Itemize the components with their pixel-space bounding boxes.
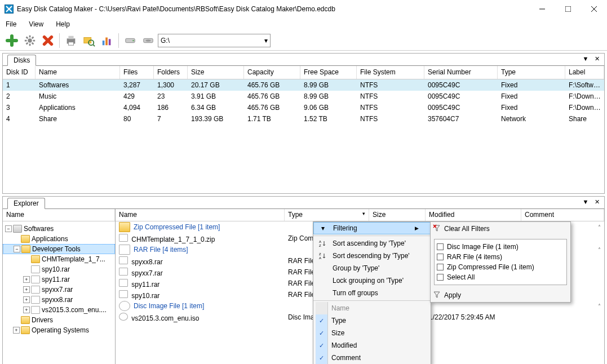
disks-tab[interactable]: Disks bbox=[7, 55, 36, 66]
col-name[interactable]: Name bbox=[36, 66, 120, 79]
collapse-icon[interactable]: − bbox=[5, 225, 12, 232]
col-name[interactable]: Name bbox=[116, 209, 285, 221]
col-modified[interactable]: Modified bbox=[426, 209, 521, 221]
filter-submenu: Clear All Filters Disc Image File (1 ite… bbox=[430, 221, 571, 303]
delete-button[interactable] bbox=[39, 32, 56, 49]
disk-cell-folders: 7 bbox=[154, 114, 188, 124]
col-free[interactable]: Free Space bbox=[300, 66, 357, 79]
tree-node-file[interactable]: +spyxx8.rar bbox=[3, 295, 115, 305]
checkbox-icon[interactable] bbox=[437, 274, 444, 281]
checkbox-icon[interactable] bbox=[437, 254, 444, 260]
ctx-sort-asc[interactable]: AZSort ascending by 'Type' bbox=[313, 237, 431, 250]
disk-row[interactable]: 2Music429233.91 GB465.76 GB8.99 GBNTFS00… bbox=[3, 91, 604, 102]
ctx-col-modified[interactable]: Modified bbox=[313, 339, 431, 352]
explorer-tab[interactable]: Explorer bbox=[7, 198, 45, 209]
tree-node-root[interactable]: −Softwares bbox=[3, 224, 115, 234]
filter-opt-zip[interactable]: Zip Compressed File (1 item) bbox=[437, 262, 564, 272]
folder-icon bbox=[31, 255, 40, 263]
menu-file[interactable]: File bbox=[6, 20, 16, 28]
col-capacity[interactable]: Capacity bbox=[244, 66, 300, 79]
panel-dropdown-button[interactable]: ▼ bbox=[582, 198, 590, 206]
expand-icon[interactable]: + bbox=[23, 296, 30, 303]
collapse-caret-icon[interactable]: ˄ bbox=[598, 247, 601, 253]
stats-button[interactable] bbox=[99, 32, 116, 49]
print-button[interactable] bbox=[63, 32, 79, 49]
filter-opt-disc-image[interactable]: Disc Image File (1 item) bbox=[437, 242, 564, 252]
col-size[interactable]: Size bbox=[188, 66, 244, 79]
disk-row[interactable]: 3Applications4,0941866.34 GB465.76 GB9.0… bbox=[3, 102, 604, 113]
checkbox-icon[interactable] bbox=[316, 352, 328, 364]
disk-row[interactable]: 1Softwares3,2871,30020.17 GB465.76 GB8.9… bbox=[3, 79, 604, 91]
panel-close-button[interactable]: ✕ bbox=[593, 198, 601, 206]
tree-node-file[interactable]: +vs2015.3.com_enu.... bbox=[3, 305, 115, 315]
checkbox-icon[interactable] bbox=[316, 302, 328, 314]
col-folders[interactable]: Folders bbox=[154, 66, 188, 79]
ctx-col-size[interactable]: Size bbox=[313, 327, 431, 339]
search-button[interactable] bbox=[81, 32, 98, 49]
checkbox-icon[interactable] bbox=[316, 327, 328, 339]
col-size[interactable]: Size bbox=[369, 209, 426, 221]
expand-icon[interactable]: + bbox=[23, 286, 30, 293]
checkbox-icon[interactable] bbox=[437, 243, 444, 250]
disk-cell-type: Fixed bbox=[498, 91, 565, 101]
settings-button[interactable] bbox=[21, 32, 38, 49]
tree-node-os[interactable]: +Operating Systems bbox=[3, 325, 115, 335]
filter-opt-rar[interactable]: RAR File (4 items) bbox=[437, 252, 564, 262]
disk-cell-label: F:\Download bbox=[565, 91, 604, 101]
disk-button[interactable] bbox=[122, 32, 139, 49]
chevron-down-icon[interactable]: ▾ bbox=[362, 211, 365, 216]
col-type[interactable]: Type▾ bbox=[285, 209, 369, 221]
add-button[interactable] bbox=[3, 32, 20, 49]
panel-close-button[interactable]: ✕ bbox=[593, 55, 601, 63]
col-type[interactable]: Type bbox=[498, 66, 565, 79]
folder-icon bbox=[21, 235, 30, 243]
disk-row[interactable]: 4Share807193.39 GB1.71 TB1.52 TBNTFS3576… bbox=[3, 113, 604, 125]
tree-header[interactable]: Name bbox=[3, 209, 115, 221]
filter-opt-select-all[interactable]: Select All bbox=[437, 272, 564, 282]
filter-clear-all[interactable]: Clear All Filters bbox=[431, 222, 570, 236]
col-comment[interactable]: Comment bbox=[521, 209, 604, 221]
close-button[interactable] bbox=[581, 0, 607, 18]
ctx-col-type[interactable]: Type bbox=[313, 314, 431, 327]
ctx-filtering[interactable]: ▾Filtering▶ bbox=[313, 222, 431, 234]
tree-node-file[interactable]: spy10.rar bbox=[3, 264, 115, 274]
col-files[interactable]: Files bbox=[120, 66, 154, 79]
svg-rect-13 bbox=[109, 39, 111, 45]
panel-dropdown-button[interactable]: ▼ bbox=[582, 55, 590, 63]
expand-icon[interactable]: + bbox=[13, 327, 20, 334]
filter-apply[interactable]: Apply bbox=[431, 288, 570, 302]
tree-node-file[interactable]: CHMTemplate_1_7... bbox=[3, 254, 115, 264]
checkbox-icon[interactable] bbox=[437, 264, 444, 270]
disk-cell-name: Share bbox=[36, 114, 120, 124]
checkbox-icon[interactable] bbox=[316, 314, 328, 327]
expand-icon[interactable]: + bbox=[23, 307, 30, 313]
tree-node-applications[interactable]: Applications bbox=[3, 234, 115, 244]
disk-cell-fs: NTFS bbox=[357, 91, 424, 101]
tree-node-developer-tools[interactable]: −Developer Tools bbox=[3, 244, 115, 254]
collapse-caret-icon[interactable]: ˄ bbox=[598, 224, 601, 230]
drive-selector[interactable]: G:\ ▾ bbox=[158, 34, 271, 47]
cd-button[interactable] bbox=[140, 32, 157, 49]
col-disk-id[interactable]: Disk ID bbox=[3, 66, 36, 79]
col-fs[interactable]: File System bbox=[357, 66, 424, 79]
menu-view[interactable]: View bbox=[29, 20, 43, 28]
ctx-turn-off-groups[interactable]: Turn off groups bbox=[313, 287, 431, 299]
col-serial[interactable]: Serial Number bbox=[424, 66, 498, 79]
maximize-button[interactable] bbox=[555, 0, 581, 18]
col-label[interactable]: Label bbox=[565, 66, 604, 79]
expand-icon[interactable]: + bbox=[23, 276, 30, 283]
ctx-lock-grouping[interactable]: Lock grouping on 'Type' bbox=[313, 274, 431, 287]
minimize-button[interactable] bbox=[529, 0, 555, 18]
tree-node-file[interactable]: +spy11.rar bbox=[3, 274, 115, 285]
menu-help[interactable]: Help bbox=[56, 20, 70, 28]
svg-rect-1 bbox=[565, 6, 571, 12]
checkbox-icon[interactable] bbox=[316, 339, 328, 352]
collapse-icon[interactable]: − bbox=[14, 246, 20, 252]
ctx-col-comment[interactable]: Comment bbox=[313, 352, 431, 364]
ctx-col-name[interactable]: Name bbox=[313, 302, 431, 314]
tree-node-drivers[interactable]: Drivers bbox=[3, 315, 115, 325]
ctx-sort-desc[interactable]: ZASort descending by 'Type' bbox=[313, 250, 431, 262]
ctx-group-by[interactable]: Group by 'Type' bbox=[313, 262, 431, 274]
collapse-caret-icon[interactable]: ˄ bbox=[598, 303, 601, 309]
tree-node-file[interactable]: +spyxx7.rar bbox=[3, 285, 115, 295]
